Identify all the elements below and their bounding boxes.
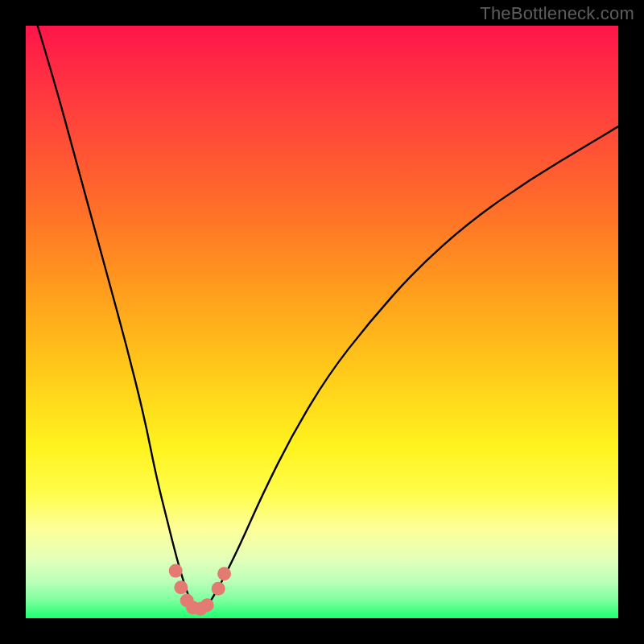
minimum-dot <box>169 564 183 578</box>
minimum-dot <box>200 598 214 612</box>
minimum-dot <box>212 582 225 596</box>
watermark-text: TheBottleneck.com <box>480 3 634 24</box>
curve-layer <box>26 26 618 618</box>
minimum-dot <box>217 567 231 580</box>
plot-area <box>26 26 618 618</box>
minimum-dots-group <box>169 564 231 616</box>
minimum-dot <box>174 580 188 594</box>
chart-frame: TheBottleneck.com <box>0 0 644 644</box>
bottleneck-curve <box>38 26 618 609</box>
